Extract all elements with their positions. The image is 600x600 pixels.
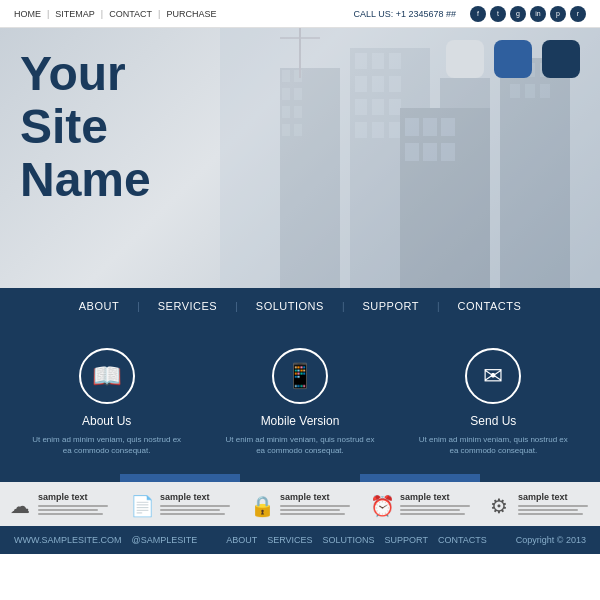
bottom-label-0: sample text <box>38 492 108 502</box>
svg-rect-14 <box>355 76 367 92</box>
svg-rect-17 <box>355 99 367 115</box>
feature-send-desc: Ut enim ad minim veniam, quis nostrud ex… <box>413 434 573 456</box>
svg-rect-9 <box>294 124 302 136</box>
bottom-strip: ☁ sample text 📄 sample text 🔒 sample tex… <box>0 482 600 526</box>
bottom-label-4: sample text <box>518 492 588 502</box>
nav-purchase[interactable]: PURCHASE <box>166 9 216 19</box>
facebook-icon[interactable]: f <box>470 6 486 22</box>
svg-rect-18 <box>372 99 384 115</box>
div-seg-4 <box>360 474 480 482</box>
bottom-item-1: 📄 sample text <box>130 492 230 518</box>
svg-rect-21 <box>372 122 384 138</box>
svg-rect-6 <box>282 106 290 118</box>
feature-about: 📖 About Us Ut enim ad minim veniam, quis… <box>27 348 187 456</box>
feature-mobile: 📱 Mobile Version Ut enim ad minim veniam… <box>220 348 380 456</box>
main-nav-support[interactable]: SUPPORT <box>344 300 436 312</box>
bottom-label-1: sample text <box>160 492 230 502</box>
hero-section: Your Site Name <box>0 28 600 288</box>
nav-sitemap[interactable]: SITEMAP <box>55 9 95 19</box>
svg-rect-15 <box>372 76 384 92</box>
feature-about-icon: 📖 <box>79 348 135 404</box>
square-light <box>446 40 484 78</box>
svg-rect-34 <box>441 118 455 136</box>
bottom-label-3: sample text <box>400 492 470 502</box>
main-nav: ABOUT | SERVICES | SOLUTIONS | SUPPORT |… <box>0 288 600 324</box>
footer-nav-contacts[interactable]: CONTACTS <box>438 535 487 545</box>
svg-rect-19 <box>389 99 401 115</box>
svg-rect-33 <box>423 118 437 136</box>
twitter-icon[interactable]: t <box>490 6 506 22</box>
bottom-item-0: ☁ sample text <box>10 492 110 518</box>
features-section: 📖 About Us Ut enim ad minim veniam, quis… <box>0 324 600 474</box>
document-icon: 📄 <box>130 494 154 518</box>
svg-rect-35 <box>405 143 419 161</box>
feature-about-desc: Ut enim ad minim veniam, quis nostrud ex… <box>27 434 187 456</box>
site-name: Your Site Name <box>20 48 151 206</box>
svg-rect-36 <box>423 143 437 161</box>
nav-home[interactable]: HOME <box>14 9 41 19</box>
footer-nav-services[interactable]: SERVICES <box>267 535 312 545</box>
div-seg-5 <box>480 474 600 482</box>
svg-rect-22 <box>389 122 401 138</box>
top-right: CALL US: +1 2345678 ## f t g in p r <box>354 6 587 22</box>
footer-nav-support[interactable]: SUPPORT <box>385 535 428 545</box>
svg-rect-11 <box>355 53 367 69</box>
clock-icon: ⏰ <box>370 494 394 518</box>
svg-rect-30 <box>540 84 550 98</box>
bottom-item-2: 🔒 sample text <box>250 492 350 518</box>
feature-send-icon: ✉ <box>465 348 521 404</box>
bottom-item-4: ⚙ sample text <box>490 492 590 518</box>
div-seg-1 <box>0 474 120 482</box>
pinterest-icon[interactable]: p <box>550 6 566 22</box>
hero-content: Your Site Name <box>20 48 151 206</box>
feature-send: ✉ Send Us Ut enim ad minim veniam, quis … <box>413 348 573 456</box>
top-bar: HOME | SITEMAP | CONTACT | PURCHASE CALL… <box>0 0 600 28</box>
social-icons: f t g in p r <box>470 6 586 22</box>
footer-nav-about[interactable]: ABOUT <box>226 535 257 545</box>
svg-rect-8 <box>282 124 290 136</box>
nav-contact[interactable]: CONTACT <box>109 9 152 19</box>
top-nav: HOME | SITEMAP | CONTACT | PURCHASE <box>14 9 216 19</box>
svg-rect-32 <box>405 118 419 136</box>
svg-rect-20 <box>355 122 367 138</box>
svg-rect-7 <box>294 106 302 118</box>
bottom-item-3: ⏰ sample text <box>370 492 470 518</box>
svg-rect-28 <box>510 84 520 98</box>
footer: WWW.SAMPLESITE.COM @SAMPLESITE ABOUT SER… <box>0 526 600 554</box>
divider-bar <box>0 474 600 482</box>
svg-rect-12 <box>372 53 384 69</box>
main-nav-about[interactable]: ABOUT <box>61 300 137 312</box>
gear-icon: ⚙ <box>490 494 512 518</box>
svg-rect-2 <box>282 70 290 82</box>
footer-website: WWW.SAMPLESITE.COM <box>14 535 122 545</box>
cloud-icon: ☁ <box>10 494 32 518</box>
svg-rect-1 <box>280 68 340 288</box>
footer-social: @SAMPLESITE <box>132 535 198 545</box>
svg-rect-5 <box>294 88 302 100</box>
square-blue <box>494 40 532 78</box>
div-seg-2 <box>120 474 240 482</box>
feature-about-title: About Us <box>27 414 187 428</box>
footer-nav: ABOUT SERVICES SOLUTIONS SUPPORT CONTACT… <box>226 535 487 545</box>
svg-rect-13 <box>389 53 401 69</box>
lock-icon: 🔒 <box>250 494 274 518</box>
footer-copyright: Copyright © 2013 <box>516 535 586 545</box>
rss-icon[interactable]: r <box>570 6 586 22</box>
main-nav-solutions[interactable]: SOLUTIONS <box>238 300 342 312</box>
svg-rect-4 <box>282 88 290 100</box>
feature-mobile-icon: 📱 <box>272 348 328 404</box>
google-icon[interactable]: g <box>510 6 526 22</box>
svg-rect-16 <box>389 76 401 92</box>
svg-rect-29 <box>525 84 535 98</box>
phone-number: CALL US: +1 2345678 ## <box>354 9 457 19</box>
square-dark <box>542 40 580 78</box>
footer-nav-solutions[interactable]: SOLUTIONS <box>323 535 375 545</box>
feature-mobile-title: Mobile Version <box>220 414 380 428</box>
linkedin-icon[interactable]: in <box>530 6 546 22</box>
main-nav-contacts[interactable]: CONTACTS <box>440 300 540 312</box>
bottom-label-2: sample text <box>280 492 350 502</box>
main-nav-services[interactable]: SERVICES <box>140 300 235 312</box>
feature-send-title: Send Us <box>413 414 573 428</box>
feature-mobile-desc: Ut enim ad minim veniam, quis nostrud ex… <box>220 434 380 456</box>
hero-squares <box>446 40 580 78</box>
